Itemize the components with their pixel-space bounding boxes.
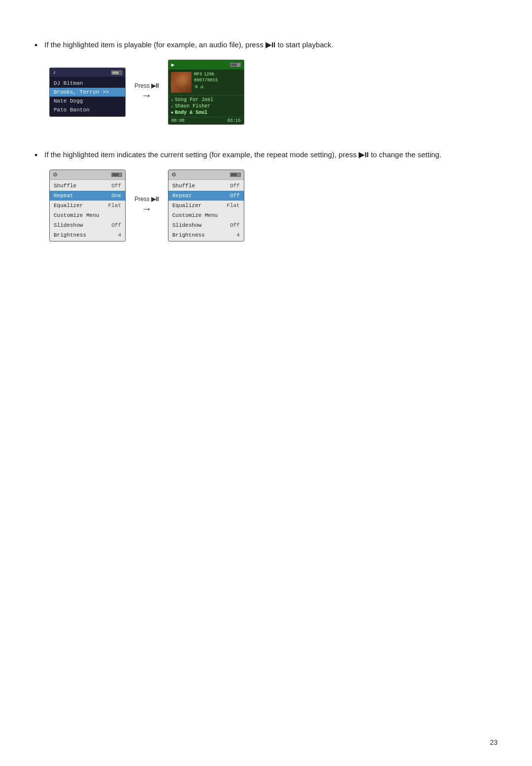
- track-number: 0007/0015: [194, 78, 241, 83]
- slideshow-value-right: Off: [230, 222, 240, 228]
- settings-item-shuffle-left: Shuffle Off: [50, 181, 125, 191]
- shuffle-value-left: Off: [111, 183, 121, 189]
- diagram-row-1: ♪ DJ Bitman Brooks, Terron >> Nate Dogg …: [49, 60, 498, 125]
- shuffle-icon: ⤮: [194, 84, 198, 90]
- screen-header-1: ♪: [50, 68, 125, 77]
- settings-item-equalizer-left: Equalizer Flat: [50, 201, 125, 210]
- bullet-label-2: If the highlighted item indicates the cu…: [44, 149, 441, 161]
- settings-item-slideshow-right: Slideshow Off: [168, 220, 244, 230]
- battery-1: [111, 70, 122, 75]
- time-elapsed: 00:08: [171, 118, 185, 123]
- settings-item-shuffle-right: Shuffle Off: [168, 181, 244, 191]
- diagram-row-2: ⚙ Shuffle Off Repeat One Equaliz: [49, 170, 498, 242]
- settings-item-customize-right: Customize Menu: [168, 210, 244, 220]
- album-art: [171, 72, 192, 93]
- list-item-1: DJ Bitman: [50, 79, 125, 88]
- repeat-label-right: Repeat: [172, 193, 192, 199]
- song-item-2: ♪ Shaun Fisher: [171, 103, 241, 109]
- right-arrow-1: →: [141, 89, 152, 102]
- section-1: • If the highlighted item is playable (f…: [34, 39, 498, 130]
- list-item-3: Nate Dogg: [50, 97, 125, 105]
- song-item-1: ♪ Song For Joel: [171, 97, 241, 103]
- equalizer-label-left: Equalizer: [54, 203, 83, 209]
- brightness-label-right: Brightness: [172, 232, 205, 238]
- bullet-text-1: • If the highlighted item is playable (f…: [34, 39, 498, 51]
- playback-battery: [230, 63, 241, 67]
- song-icon-1: ♪: [171, 98, 173, 103]
- gear-icon-right: ⚙: [171, 172, 176, 178]
- brightness-value-right: 4: [236, 232, 240, 238]
- playback-mode-icons: ⤮ ↺: [194, 84, 241, 90]
- settings-header-left: ⚙: [50, 170, 125, 180]
- settings-list-left: Shuffle Off Repeat One Equalizer Flat Cu…: [50, 180, 125, 241]
- settings-battery-right: [230, 173, 241, 177]
- slideshow-label-left: Slideshow: [54, 222, 83, 228]
- format-mp3: MP3: [194, 72, 202, 77]
- gear-icon-left: ⚙: [53, 172, 58, 178]
- settings-item-customize-left: Customize Menu: [50, 210, 125, 220]
- music-icon: ♪: [53, 70, 56, 75]
- repeat-value-right: Off: [230, 193, 240, 199]
- screen-list-1: DJ Bitman Brooks, Terron >> Nate Dogg Pa…: [50, 77, 125, 116]
- settings-list-right: Shuffle Off Repeat Off Equalizer Flat Cu…: [168, 180, 244, 241]
- playback-info: MP3 128k 0007/0015 ⤮ ↺: [194, 72, 241, 93]
- page-content: • If the highlighted item is playable (f…: [0, 0, 532, 296]
- left-screen-2: ⚙ Shuffle Off Repeat One Equaliz: [49, 170, 126, 242]
- equalizer-value-right: Flat: [227, 203, 239, 209]
- album-art-overlay: [171, 72, 192, 93]
- list-item-4: Pato Banton: [50, 105, 125, 114]
- equalizer-value-left: Flat: [108, 203, 121, 209]
- repeat-value-left: One: [111, 193, 121, 199]
- press-play-icon-2: ▶II: [359, 150, 368, 159]
- settings-item-repeat-left-highlighted: Repeat One: [50, 191, 125, 201]
- brightness-label-left: Brightness: [54, 232, 86, 238]
- playback-song-list: ♪ Song For Joel ♪ Shaun Fisher ● Body & …: [168, 95, 244, 117]
- bullet-label-1: If the highlighted item is playable (for…: [44, 39, 333, 51]
- settings-item-equalizer-right: Equalizer Flat: [168, 201, 244, 210]
- song-icon-3: ●: [171, 110, 173, 115]
- brightness-value-left: 4: [118, 232, 121, 238]
- time-total: 03:15: [228, 118, 241, 123]
- section-2: • If the highlighted item indicates the …: [34, 149, 498, 246]
- shuffle-value-right: Off: [230, 183, 240, 189]
- arrow-2: Press ▶II →: [134, 196, 159, 215]
- customize-label-left: Customize Menu: [54, 212, 99, 218]
- equalizer-label-right: Equalizer: [172, 203, 201, 209]
- press-label-1: Press ▶II: [134, 82, 159, 89]
- song-item-3-active: ● Body & Soul: [171, 109, 241, 116]
- repeat-icon: ↺: [200, 84, 203, 90]
- page-number: 23: [490, 738, 498, 746]
- customize-label-right: Customize Menu: [172, 212, 218, 218]
- settings-item-slideshow-left: Slideshow Off: [50, 220, 125, 230]
- shuffle-label-right: Shuffle: [172, 183, 195, 189]
- settings-battery-fill-left: [112, 174, 119, 176]
- playback-format: MP3 128k: [194, 72, 241, 77]
- right-screen-1: ▶ MP3 128k 0007/0015: [168, 60, 244, 125]
- playback-header: ▶: [168, 60, 244, 70]
- settings-item-brightness-right: Brightness 4: [168, 230, 244, 240]
- settings-battery-fill-right: [231, 174, 237, 176]
- playback-timer: 00:08 03:15: [168, 117, 244, 124]
- list-item-2-highlighted: Brooks, Terron >>: [50, 88, 125, 97]
- settings-item-brightness-left: Brightness 4: [50, 230, 125, 240]
- press-label-2: Press ▶II: [134, 196, 159, 203]
- song-name-1: Song For Joel: [175, 97, 213, 103]
- playback-content: MP3 128k 0007/0015 ⤮ ↺: [168, 70, 244, 95]
- format-bitrate: 128k: [204, 72, 215, 77]
- settings-item-repeat-right-highlighted: Repeat Off: [168, 191, 244, 201]
- bullet-text-2: • If the highlighted item indicates the …: [34, 149, 498, 161]
- playback-battery-fill: [231, 64, 237, 66]
- play-icon: ▶: [171, 62, 175, 68]
- press-play-icon-1: ▶II: [266, 40, 275, 49]
- repeat-label-left: Repeat: [54, 193, 73, 199]
- bullet-dot-2: •: [34, 150, 37, 161]
- settings-header-right: ⚙: [168, 170, 244, 180]
- right-screen-2: ⚙ Shuffle Off Repeat Off Equaliz: [168, 170, 244, 242]
- right-arrow-2: →: [141, 203, 152, 215]
- bullet-dot-1: •: [34, 40, 37, 51]
- shuffle-label-left: Shuffle: [54, 183, 76, 189]
- song-name-2: Shaun Fisher: [175, 104, 210, 109]
- slideshow-label-right: Slideshow: [172, 222, 201, 228]
- battery-fill-1: [112, 71, 119, 74]
- left-screen-1: ♪ DJ Bitman Brooks, Terron >> Nate Dogg …: [49, 68, 126, 117]
